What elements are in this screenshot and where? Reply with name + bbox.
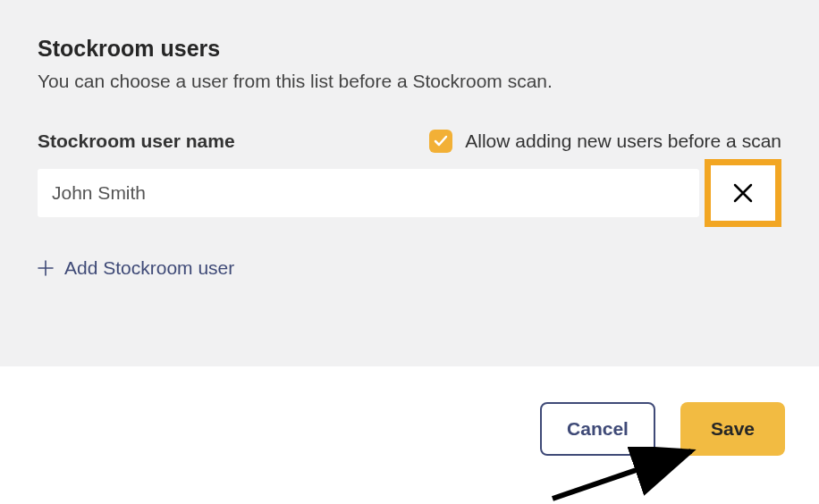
page-subtitle: You can choose a user from this list bef…: [38, 71, 781, 92]
allow-new-users-group: Allow adding new users before a scan: [429, 130, 781, 153]
allow-new-users-label: Allow adding new users before a scan: [465, 130, 781, 152]
add-stockroom-user-label: Add Stockroom user: [64, 257, 234, 279]
svg-line-1: [553, 451, 691, 499]
close-icon: [731, 181, 755, 205]
page-title: Stockroom users: [38, 36, 781, 62]
save-button[interactable]: Save: [680, 402, 785, 456]
user-name-input[interactable]: [38, 169, 699, 217]
stockroom-users-panel: Stockroom users You can choose a user fr…: [0, 0, 819, 366]
allow-new-users-checkbox[interactable]: [429, 130, 452, 153]
remove-user-button[interactable]: [705, 159, 781, 227]
check-icon: [434, 134, 448, 148]
plus-icon: [38, 260, 54, 276]
user-input-row: [38, 169, 781, 227]
add-stockroom-user-link[interactable]: Add Stockroom user: [38, 257, 234, 279]
footer-actions: Cancel Save: [0, 366, 819, 456]
form-header-row: Stockroom user name Allow adding new use…: [38, 130, 781, 153]
cancel-button[interactable]: Cancel: [540, 402, 655, 456]
user-name-label: Stockroom user name: [38, 130, 235, 152]
